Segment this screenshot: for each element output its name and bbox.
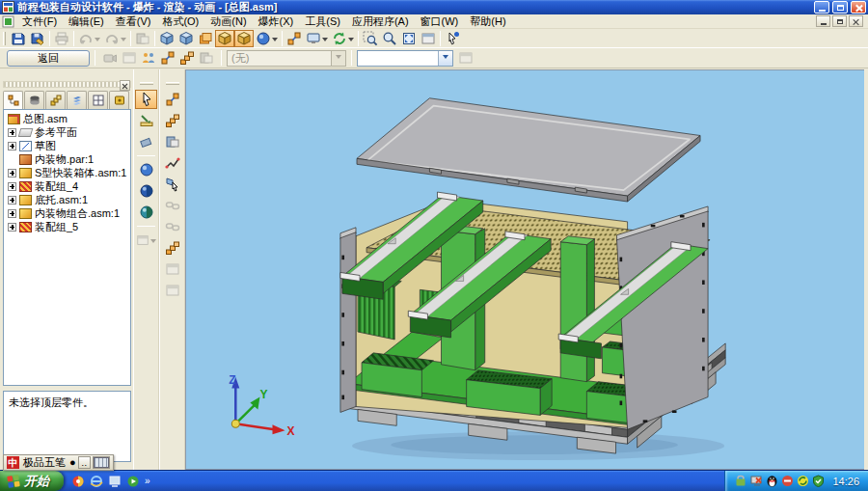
tab-alternate-assemblies[interactable]: [45, 91, 66, 109]
tree-item-sketch[interactable]: 草图: [5, 139, 129, 152]
menu-window[interactable]: 窗口(W): [415, 14, 465, 29]
toolbar-grip[interactable]: [166, 82, 179, 85]
collapse-button[interactable]: [197, 49, 216, 67]
expand-icon[interactable]: [8, 209, 16, 218]
expand-icon[interactable]: [8, 128, 16, 137]
config-select-combo[interactable]: [357, 50, 453, 67]
tree-item-box-assembly[interactable]: S型快装箱体.asm:1: [5, 166, 129, 179]
save-button[interactable]: [9, 30, 28, 47]
ime-punctuation-toggle[interactable]: ‥: [78, 456, 91, 469]
redo-button[interactable]: [102, 30, 128, 47]
undo-button[interactable]: [76, 30, 102, 47]
shaded-view-button[interactable]: [196, 30, 215, 47]
explode-step-tool-button[interactable]: [161, 111, 183, 130]
minimize-button[interactable]: [814, 1, 829, 14]
menu-file[interactable]: 文件(F): [16, 14, 63, 29]
zoom-area-button[interactable]: [361, 30, 380, 47]
auto-explode-tool-button[interactable]: [161, 90, 183, 109]
combo-dropdown-button[interactable]: [331, 51, 345, 66]
back-button[interactable]: 返回: [7, 50, 90, 67]
measure-tool-button[interactable]: [135, 111, 157, 130]
quick-launch-overflow-button[interactable]: »: [145, 476, 150, 486]
paste-link-button[interactable]: [133, 30, 152, 47]
expand-icon[interactable]: [8, 196, 16, 205]
tree-item-assembly-group-5[interactable]: 装配组_5: [5, 220, 129, 233]
print-button[interactable]: [52, 30, 71, 47]
dropdown-arrow-icon[interactable]: [322, 38, 328, 44]
explode-parts-button[interactable]: [158, 49, 177, 67]
taskbar-clock[interactable]: 14:26: [832, 476, 859, 487]
panel-grip[interactable]: [3, 81, 131, 88]
combo-dropdown-button[interactable]: [438, 51, 452, 66]
tree-item-pallet-assembly[interactable]: 底托.asm:1: [5, 193, 129, 206]
show-desktop-icon[interactable]: [108, 475, 122, 488]
animation-editor-button[interactable]: [120, 49, 139, 67]
tree-item-root[interactable]: 总图.asm: [5, 112, 129, 125]
menu-help[interactable]: 帮助(H): [464, 14, 511, 29]
toolbar-grip[interactable]: [140, 82, 153, 85]
drop-part-button[interactable]: [161, 259, 183, 279]
save-as-button[interactable]: [28, 30, 47, 47]
common-views-button[interactable]: [285, 30, 304, 47]
flow-line-tool-button[interactable]: [161, 153, 183, 173]
dropdown-arrow-icon[interactable]: [121, 38, 126, 44]
restore-button[interactable]: [832, 1, 848, 14]
security-lock-icon[interactable]: [735, 475, 747, 487]
menu-tools[interactable]: 工具(S): [299, 14, 346, 29]
unbind-parts-button[interactable]: [161, 217, 183, 236]
menu-applications[interactable]: 应用程序(A): [346, 14, 415, 29]
more-tools-button[interactable]: [135, 231, 157, 250]
collapse-tool-button[interactable]: [161, 238, 183, 258]
child-restore-button[interactable]: [832, 15, 847, 27]
capture-button[interactable]: [100, 49, 120, 67]
tab-sensors[interactable]: [88, 91, 108, 109]
erase-tool-button[interactable]: [135, 132, 157, 151]
context-help-button[interactable]: [443, 30, 462, 47]
expand-icon[interactable]: [8, 182, 16, 191]
tab-library[interactable]: [24, 91, 44, 109]
start-button[interactable]: 开始: [0, 471, 64, 491]
render-preview-button[interactable]: [135, 160, 157, 179]
named-views-button[interactable]: [304, 30, 330, 47]
expand-icon[interactable]: [8, 223, 16, 232]
previous-view-button[interactable]: [419, 30, 438, 47]
expand-icon[interactable]: [8, 169, 16, 177]
shield-icon[interactable]: [812, 475, 825, 487]
tab-help[interactable]: [109, 91, 129, 109]
rotate-view-button[interactable]: [330, 30, 356, 47]
close-button[interactable]: [851, 1, 866, 14]
tree-item-assembly-group-4[interactable]: 装配组_4: [5, 179, 129, 193]
3d-viewport[interactable]: Z Y X: [185, 69, 864, 470]
menu-view[interactable]: 查看(V): [110, 14, 157, 29]
child-close-button[interactable]: [849, 15, 863, 27]
wireframe-view-button[interactable]: [157, 30, 176, 47]
auto-explode-button[interactable]: [139, 49, 158, 67]
render-options-button[interactable]: [254, 30, 280, 47]
menu-animation[interactable]: 动画(N): [204, 14, 252, 29]
antivirus-icon[interactable]: [781, 475, 794, 487]
zoom-button[interactable]: [380, 30, 399, 47]
ime-language-button[interactable]: 中: [7, 456, 19, 469]
expand-icon[interactable]: [8, 142, 16, 150]
move-part-tool-button[interactable]: [161, 132, 183, 151]
tree-item-contents-part[interactable]: 内装物.par:1: [5, 152, 129, 166]
tab-assembly-pathfinder[interactable]: [3, 91, 23, 109]
menu-format[interactable]: 格式(O): [156, 14, 204, 29]
ime-keyboard-button[interactable]: [93, 456, 110, 469]
shaded-with-edges-button[interactable]: [215, 30, 234, 47]
bind-parts-button[interactable]: [161, 196, 183, 215]
menu-edit[interactable]: 编辑(E): [63, 14, 110, 29]
internet-explorer-icon[interactable]: [90, 475, 103, 488]
dropdown-arrow-icon[interactable]: [95, 38, 100, 44]
panel-close-button[interactable]: [120, 80, 130, 91]
select-tool-button[interactable]: [135, 90, 157, 109]
settings-button[interactable]: [161, 281, 183, 300]
network-error-icon[interactable]: [750, 475, 763, 487]
apply-config-button[interactable]: [456, 49, 475, 67]
app-launcher-icon[interactable]: [71, 475, 85, 488]
tab-layers[interactable]: [67, 91, 87, 109]
dropdown-arrow-icon[interactable]: [348, 38, 354, 44]
animation-select-combo[interactable]: (无): [227, 50, 346, 67]
ime-name[interactable]: 极品五笔: [21, 455, 68, 470]
render-mode-button[interactable]: [234, 30, 254, 47]
